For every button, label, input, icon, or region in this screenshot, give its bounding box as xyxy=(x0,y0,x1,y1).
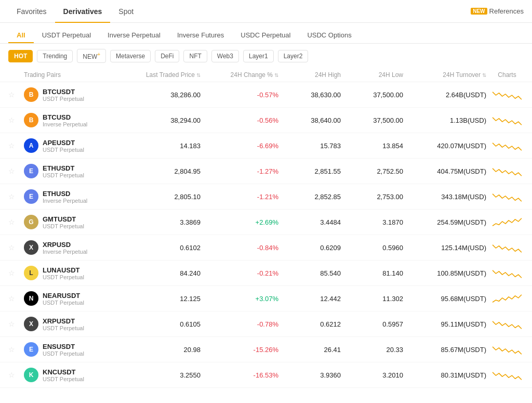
th-high: 24H High xyxy=(278,71,341,79)
high-apeusdt: 15.783 xyxy=(278,142,341,150)
pair-type-nearusdt: USDT Perpetual xyxy=(43,300,84,306)
pair-name-lunausdt[interactable]: LUNAUSDT xyxy=(43,266,84,274)
filter-layer2[interactable]: Layer2 xyxy=(278,50,309,62)
star-ethusd[interactable]: ☆ xyxy=(8,192,24,201)
pair-cell-kncusdt: K KNCUSDT USDT Perpetual xyxy=(24,368,117,382)
pair-name-btcusd[interactable]: BTCUSD xyxy=(43,113,87,121)
turnover-btcusdt: 2.64B(USDT) xyxy=(403,91,486,99)
subnav-usdc-options[interactable]: USDC Options xyxy=(299,27,360,43)
pair-cell-nearusdt: N NEARUSDT USDT Perpetual xyxy=(24,291,117,306)
star-ethusdt[interactable]: ☆ xyxy=(8,167,24,175)
star-btcusdt[interactable]: ☆ xyxy=(8,90,24,99)
low-apeusdt: 13.854 xyxy=(341,142,403,150)
star-lunausdt[interactable]: ☆ xyxy=(8,269,24,277)
star-kncusdt[interactable]: ☆ xyxy=(8,371,24,379)
price-ethusdt: 2,804.95 xyxy=(117,167,201,175)
pair-icon-gmtusdt: G xyxy=(24,215,38,229)
price-apeusdt: 14.183 xyxy=(117,142,201,150)
trade-cell-gmtusdt: Trade xyxy=(528,216,532,228)
pair-info-apeusdt: APEUSDT USDT Perpetual xyxy=(43,139,84,153)
th-last-price[interactable]: Last Traded Price ⇅ xyxy=(117,71,201,79)
subnav-usdt-perpetual[interactable]: USDT Perpetual xyxy=(34,27,99,43)
star-gmtusdt[interactable]: ☆ xyxy=(8,218,24,226)
low-nearusdt: 11.302 xyxy=(341,295,403,303)
pair-info-kncusdt: KNCUSDT USDT Perpetual xyxy=(43,368,84,382)
price-gmtusdt: 3.3869 xyxy=(117,218,201,226)
table-header: Trading Pairs Last Traded Price ⇅ 24H Ch… xyxy=(0,68,532,82)
high-xrpusdt: 0.6212 xyxy=(278,320,341,328)
pair-cell-gmtusdt: G GMTUSDT USDT Perpetual xyxy=(24,215,117,229)
pair-name-ethusdt[interactable]: ETHUSDT xyxy=(43,164,84,172)
subnav-inverse-futures[interactable]: Inverse Futures xyxy=(169,27,232,43)
star-nearusdt[interactable]: ☆ xyxy=(8,294,24,303)
filter-new[interactable]: NEW+ xyxy=(77,49,106,63)
pair-name-apeusdt[interactable]: APEUSDT xyxy=(43,139,84,147)
filter-hot[interactable]: HOT xyxy=(8,50,33,62)
pair-icon-ethusd: E xyxy=(24,189,38,204)
pair-cell-btcusd: B BTCUSD Inverse Perpetual xyxy=(24,113,117,127)
sort-change-icon: ⇅ xyxy=(274,72,278,78)
filter-metaverse[interactable]: Metaverse xyxy=(110,50,151,62)
pair-name-xrpusdt[interactable]: XRPUSDT xyxy=(43,317,84,325)
high-lunausdt: 85.540 xyxy=(278,269,341,277)
pair-icon-xrpusd: X xyxy=(24,240,38,255)
price-xrpusdt: 0.6105 xyxy=(117,320,201,328)
star-btcusd[interactable]: ☆ xyxy=(8,116,24,124)
low-gmtusdt: 3.1870 xyxy=(341,218,403,226)
change-btcusd: -0.56% xyxy=(201,116,278,124)
chart-ethusdt xyxy=(486,164,528,178)
filter-trending[interactable]: Trending xyxy=(37,50,73,62)
pair-name-nearusdt[interactable]: NEARUSDT xyxy=(43,292,84,300)
change-btcusdt: -0.57% xyxy=(201,91,278,99)
table-row: ☆ E ETHUSD Inverse Perpetual 2,805.10 -1… xyxy=(0,184,532,210)
pair-name-ensusdt[interactable]: ENSUSDT xyxy=(43,343,84,350)
star-apeusdt[interactable]: ☆ xyxy=(8,141,24,150)
subnav-all[interactable]: All xyxy=(8,27,34,43)
chart-gmtusdt xyxy=(486,215,528,229)
th-change[interactable]: 24H Change % ⇅ xyxy=(201,71,278,79)
price-kncusdt: 3.2550 xyxy=(117,371,201,379)
pair-name-kncusdt[interactable]: KNCUSDT xyxy=(43,368,84,376)
references-button[interactable]: NEW References xyxy=(471,7,524,15)
filter-nft[interactable]: NFT xyxy=(183,50,207,62)
low-lunausdt: 81.140 xyxy=(341,269,403,277)
chart-xrpusd xyxy=(486,240,528,255)
table-row: ☆ E ENSUSDT USDT Perpetual 20.98 -15.26%… xyxy=(0,337,532,362)
trade-cell-ensusdt: Trade xyxy=(528,343,532,356)
subnav-usdc-perpetual[interactable]: USDC Perpetual xyxy=(232,27,299,43)
nav-spot[interactable]: Spot xyxy=(110,0,142,23)
th-low: 24H Low xyxy=(341,71,403,79)
change-gmtusdt: +2.69% xyxy=(201,218,278,226)
pair-name-gmtusdt[interactable]: GMTUSDT xyxy=(43,215,84,223)
pair-name-ethusd[interactable]: ETHUSD xyxy=(43,190,87,198)
chart-btcusd xyxy=(486,113,528,127)
turnover-kncusdt: 80.31M(USDT) xyxy=(403,371,486,379)
table-row: ☆ X XRPUSD Inverse Perpetual 0.6102 -0.8… xyxy=(0,235,532,261)
th-turnover[interactable]: 24H Turnover ⇅ xyxy=(403,71,486,79)
new-plus-icon: + xyxy=(97,51,100,57)
chart-btcusdt xyxy=(486,87,528,102)
pair-info-btcusd: BTCUSD Inverse Perpetual xyxy=(43,113,87,127)
nav-favorites[interactable]: Favorites xyxy=(8,0,55,23)
filter-web3[interactable]: Web3 xyxy=(211,50,239,62)
turnover-ensusdt: 85.67M(USDT) xyxy=(403,346,486,354)
star-xrpusdt[interactable]: ☆ xyxy=(8,320,24,328)
pair-name-btcusdt[interactable]: BTCUSDT xyxy=(43,88,84,96)
high-gmtusdt: 3.4484 xyxy=(278,218,341,226)
star-xrpusd[interactable]: ☆ xyxy=(8,243,24,252)
pair-type-ensusdt: USDT Perpetual xyxy=(43,350,84,357)
top-navigation: Favorites Derivatives Spot NEW Reference… xyxy=(0,0,532,23)
change-kncusdt: -16.53% xyxy=(201,371,278,379)
pair-name-xrpusd[interactable]: XRPUSD xyxy=(43,241,87,249)
star-ensusdt[interactable]: ☆ xyxy=(8,345,24,354)
nav-derivatives[interactable]: Derivatives xyxy=(55,0,111,23)
filter-layer1[interactable]: Layer1 xyxy=(243,50,274,62)
filter-defi[interactable]: DeFi xyxy=(155,50,179,62)
high-ethusdt: 2,851.55 xyxy=(278,167,341,175)
pair-type-kncusdt: USDT Perpetual xyxy=(43,376,84,382)
subnav-inverse-perpetual[interactable]: Inverse Perpetual xyxy=(99,27,169,43)
low-ensusdt: 20.33 xyxy=(341,346,403,354)
price-btcusd: 38,294.00 xyxy=(117,116,201,124)
pair-icon-apeusdt: A xyxy=(24,138,38,153)
th-trade: Trade xyxy=(528,71,532,79)
